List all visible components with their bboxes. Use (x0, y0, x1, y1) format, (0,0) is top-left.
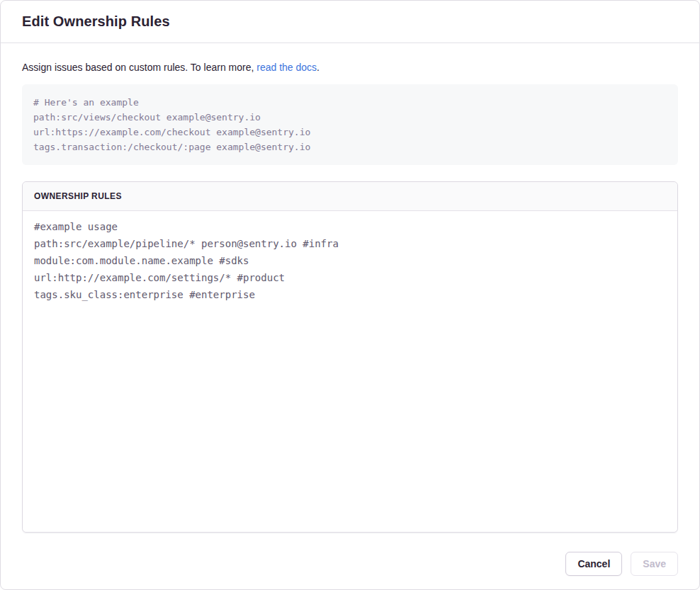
description-text: Assign issues based on custom rules. To … (22, 60, 678, 74)
example-line: tags.transaction:/checkout/:page example… (33, 140, 667, 154)
ownership-rules-panel-header: OWNERSHIP RULES (23, 182, 677, 211)
example-line: path:src/views/checkout example@sentry.i… (33, 110, 667, 125)
modal-title: Edit Ownership Rules (22, 13, 678, 30)
description-before-link: Assign issues based on custom rules. To … (22, 62, 256, 73)
read-the-docs-link[interactable]: read the docs (256, 62, 317, 73)
example-rules-block: # Here's an examplepath:src/views/checko… (22, 84, 678, 165)
save-button[interactable]: Save (631, 552, 678, 576)
modal-footer: Cancel Save (1, 533, 699, 590)
description-after-link: . (317, 62, 320, 73)
ownership-rules-textarea[interactable]: #example usage path:src/example/pipeline… (23, 211, 677, 532)
modal-body: Assign issues based on custom rules. To … (1, 43, 699, 533)
example-line: # Here's an example (33, 95, 667, 110)
example-line: url:https://example.com/checkout example… (33, 125, 667, 140)
modal-header: Edit Ownership Rules (1, 1, 699, 43)
edit-ownership-rules-modal: Edit Ownership Rules Assign issues based… (0, 0, 700, 590)
cancel-button[interactable]: Cancel (565, 552, 622, 576)
ownership-rules-panel: OWNERSHIP RULES #example usage path:src/… (22, 181, 678, 533)
